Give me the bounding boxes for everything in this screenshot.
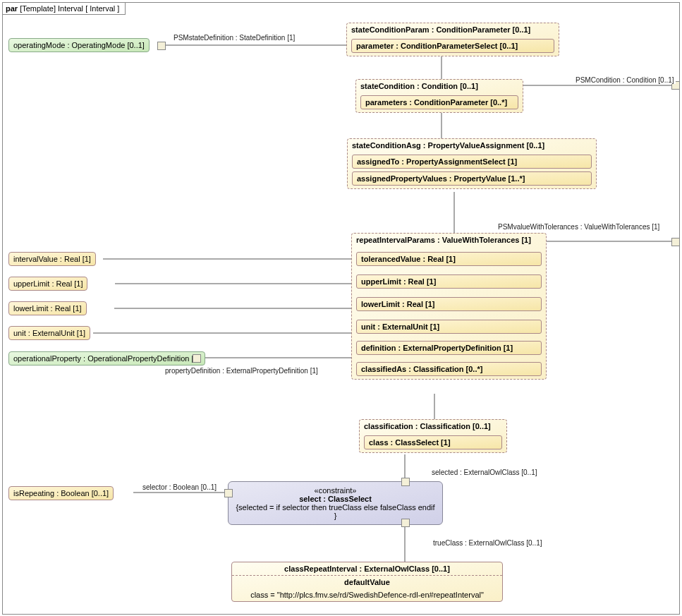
constraint-name: select : ClassSelect: [236, 495, 435, 503]
label-operational-property: operationalProperty : OperationalPropert…: [13, 354, 200, 363]
inner-upper-limit: upperLimit : Real [1]: [356, 274, 542, 289]
port-operational-property: [193, 354, 201, 363]
box-upper-limit-left: upperLimit : Real [1]: [8, 277, 87, 291]
constraint-select: «constraint» select : ClassSelect {selec…: [228, 481, 443, 525]
box-unit-left: unit : ExternalUnit [1]: [8, 326, 90, 340]
container-state-condition-asg: stateConditionAsg : PropertyValueAssignm…: [347, 138, 597, 189]
port-true-class: [401, 519, 410, 527]
label-interval-value: intervalValue : Real [1]: [13, 255, 91, 263]
label-property-definition: propertyDefinition : ExternalPropertyDef…: [164, 367, 319, 375]
constraint-body: {selected = if selector then trueClass e…: [236, 503, 435, 520]
frame-template: [Template] Interval: [20, 4, 83, 13]
frame-kind: par: [6, 4, 18, 13]
section-default-value: defaultValue: [232, 576, 502, 588]
container-state-condition-param: stateConditionParam : ConditionParameter…: [346, 23, 559, 56]
container-state-condition: stateCondition : Condition [0..1] parame…: [355, 79, 523, 113]
box-operating-mode: operatingMode : OperatingMode [0..1]: [8, 38, 150, 52]
title-state-condition: stateCondition : Condition [0..1]: [356, 80, 523, 92]
title-class-repeat-interval: classRepeatInterval : ExternalOwlClass […: [232, 562, 502, 576]
container-classification: classification : Classification [0..1] c…: [359, 419, 507, 453]
label-lower-limit-left: lowerLimit : Real [1]: [13, 304, 82, 313]
label-true-class: trueClass : ExternalOwlClass [0..1]: [432, 539, 544, 547]
label-is-repeating: isRepeating : Boolean [0..1]: [13, 489, 109, 497]
box-is-repeating: isRepeating : Boolean [0..1]: [8, 486, 114, 500]
label-psm-state-definition: PSMstateDefinition : StateDefinition [1]: [172, 34, 296, 42]
port-selector: [224, 489, 233, 497]
inner-class: class : ClassSelect [1]: [364, 435, 502, 449]
port-selected: [401, 478, 410, 486]
title-state-condition-asg: stateConditionAsg : PropertyValueAssignm…: [348, 139, 596, 152]
label-selected: selected : ExternalOwlClass [0..1]: [430, 469, 539, 476]
inner-assigned-to: assignedTo : PropertyAssignmentSelect [1…: [352, 155, 592, 169]
inner-unit: unit : ExternalUnit [1]: [356, 320, 542, 334]
title-repeat-interval-params: repeatIntervalParams : ValueWithToleranc…: [352, 234, 546, 246]
title-state-condition-param: stateConditionParam : ConditionParameter…: [347, 23, 559, 36]
port-psm-value-with-tolerances: [671, 238, 680, 246]
inner-lower-limit: lowerLimit : Real [1]: [356, 297, 542, 311]
box-interval-value: intervalValue : Real [1]: [8, 252, 96, 266]
frame-name: [ Interval ]: [85, 4, 119, 13]
constraint-stereotype: «constraint»: [236, 486, 435, 495]
diagram-frame: par [Template] Interval [ Interval ]: [2, 2, 680, 615]
title-classification: classification : Classification [0..1]: [360, 420, 506, 433]
label-unit-left: unit : ExternalUnit [1]: [13, 329, 85, 337]
label-upper-limit-left: upperLimit : Real [1]: [13, 279, 83, 288]
body-class-repeat-interval: class = "http://plcs.fmv.se/rd/SwedishDe…: [232, 588, 502, 601]
port-operating-mode: [157, 42, 166, 50]
label-psm-condition: PSMCondition : Condition [0..1]: [574, 76, 676, 84]
inner-toleranced-value: tolerancedValue : Real [1]: [356, 252, 542, 266]
inner-definition: definition : ExternalPropertyDefinition …: [356, 341, 542, 355]
label-operating-mode: operatingMode : OperatingMode [0..1]: [13, 41, 145, 49]
inner-assigned-property-values: assignedPropertyValues : PropertyValue […: [352, 171, 592, 186]
inner-parameters: parameters : ConditionParameter [0..*]: [360, 95, 518, 109]
box-lower-limit-left: lowerLimit : Real [1]: [8, 301, 87, 315]
label-selector: selector : Boolean [0..1]: [141, 483, 218, 491]
inner-parameter: parameter : ConditionParameterSelect [0.…: [351, 39, 554, 53]
box-operational-property: operationalProperty : OperationalPropert…: [8, 351, 205, 366]
box-class-repeat-interval: classRepeatInterval : ExternalOwlClass […: [231, 562, 503, 602]
container-repeat-interval-params: repeatIntervalParams : ValueWithToleranc…: [351, 233, 547, 380]
inner-classified-as: classifiedAs : Classification [0..*]: [356, 362, 542, 376]
label-psm-value-with-tolerances: PSMvalueWithTolerances : ValueWithTolera…: [497, 223, 661, 231]
frame-label: par [Template] Interval [ Interval ]: [3, 3, 126, 15]
